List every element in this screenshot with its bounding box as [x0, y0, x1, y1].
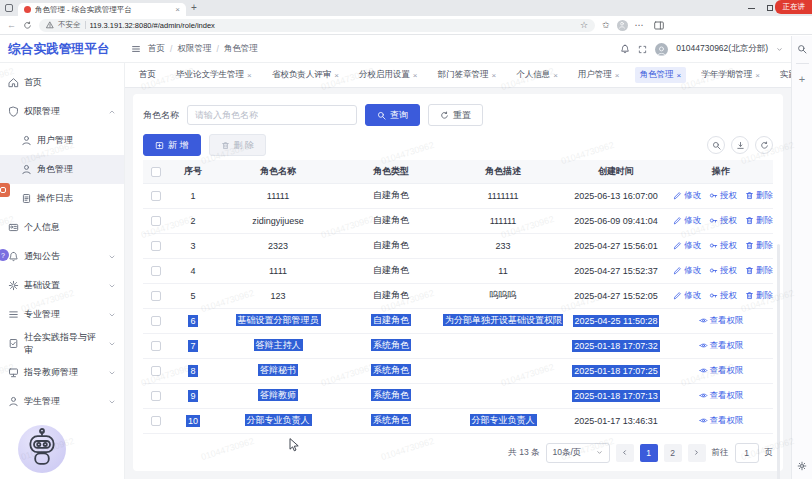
delete-link[interactable]: 删除 — [745, 290, 773, 302]
sidebar-item-权限管理[interactable]: 权限管理 — [0, 97, 124, 126]
url-omnibox[interactable]: 不安全 119.3.191.32:8080/#/admin/role/index… — [39, 19, 595, 32]
fullscreen-icon[interactable] — [638, 45, 647, 54]
reading-list-icon[interactable]: ✩ — [602, 20, 610, 30]
row-checkbox[interactable] — [151, 291, 161, 301]
table-refresh-icon[interactable] — [755, 136, 773, 154]
tab-分校启用设置[interactable]: 分校启用设置× — [354, 67, 423, 83]
row-checkbox[interactable] — [151, 191, 161, 201]
tab-close-icon[interactable]: × — [413, 71, 418, 80]
sidebar-item-首页[interactable]: 首页 — [0, 68, 124, 97]
delete-link[interactable]: 删除 — [745, 215, 773, 227]
export-download-icon[interactable] — [731, 136, 749, 154]
edit-link[interactable]: 修改 — [673, 265, 701, 277]
tab-用户管理[interactable]: 用户管理× — [573, 67, 625, 83]
tab-个人信息[interactable]: 个人信息× — [511, 67, 563, 83]
sidebar-item-指导教师管理[interactable]: 指导教师管理 — [0, 358, 124, 387]
batch-delete-button[interactable]: 删 除 — [209, 134, 267, 156]
search-button[interactable]: 查询 — [365, 104, 420, 126]
tab-角色管理[interactable]: 角色管理× — [635, 67, 687, 83]
new-tab-button[interactable]: + — [191, 3, 197, 13]
view-permissions-link[interactable]: 查看权限 — [699, 315, 744, 327]
sidebar-item-社会实践指导与评审[interactable]: 社会实践指导与评审 — [0, 329, 124, 358]
add-button[interactable]: 新 增 — [143, 134, 201, 156]
sidebar-item-通知公告[interactable]: 通知公告 — [0, 242, 124, 271]
browser-profile-avatar[interactable] — [617, 20, 628, 31]
tab-首页[interactable]: 首页 — [134, 67, 161, 83]
tab-close-icon[interactable]: × — [677, 71, 682, 80]
row-checkbox[interactable] — [151, 366, 161, 376]
next-page-button[interactable] — [688, 444, 706, 462]
ai-assistant-mascot[interactable] — [18, 425, 66, 473]
authorize-link[interactable]: 授权 — [709, 265, 737, 277]
tab-close-icon[interactable]: × — [334, 71, 339, 80]
row-checkbox[interactable] — [151, 266, 161, 276]
sidebar-item-操作日志[interactable]: 操作日志 — [0, 184, 124, 213]
reset-button[interactable]: 重置 — [428, 104, 483, 126]
bookmark-star-icon[interactable]: ☆ — [580, 20, 588, 30]
view-permissions-link[interactable]: 查看权限 — [699, 415, 744, 427]
row-checkbox[interactable] — [151, 316, 161, 326]
goto-page-input[interactable]: 1 — [735, 443, 759, 463]
view-permissions-link[interactable]: 查看权限 — [699, 340, 744, 352]
page-size-select[interactable]: 10条/页 — [546, 443, 610, 463]
tab-close-icon[interactable]: × — [553, 71, 558, 80]
select-all-checkbox[interactable] — [151, 167, 161, 177]
tab-close-icon[interactable]: × — [615, 71, 620, 80]
edit-link[interactable]: 修改 — [673, 290, 701, 302]
account-name[interactable]: 01044730962(北京分部) — [676, 43, 768, 55]
edit-link[interactable]: 修改 — [673, 190, 701, 202]
edit-link[interactable]: 修改 — [673, 215, 701, 227]
authorize-link[interactable]: 授权 — [709, 290, 737, 302]
user-avatar[interactable] — [655, 43, 668, 56]
browser-menu-icon[interactable]: ⋯ — [635, 20, 645, 30]
tab-实践计划设置[interactable]: 实践计划设置× — [775, 67, 791, 83]
back-icon[interactable]: ← — [7, 20, 16, 30]
sidebar-item-专业管理[interactable]: 专业管理 — [0, 300, 124, 329]
floating-tool-icon[interactable] — [0, 183, 10, 197]
sidebar-item-个人信息[interactable]: 个人信息 — [0, 213, 124, 242]
authorize-link[interactable]: 授权 — [709, 190, 737, 202]
view-permissions-link[interactable]: 查看权限 — [699, 390, 744, 402]
rail-search-icon[interactable] — [797, 44, 807, 54]
tab-学年学期管理[interactable]: 学年学期管理× — [696, 67, 765, 83]
tab-close-icon[interactable]: × — [175, 5, 180, 14]
edit-link[interactable]: 修改 — [673, 240, 701, 252]
notification-bell-icon[interactable] — [620, 44, 630, 54]
role-name-input[interactable]: 请输入角色名称 — [187, 105, 357, 125]
delete-link[interactable]: 删除 — [745, 190, 773, 202]
row-checkbox[interactable] — [151, 391, 161, 401]
rail-settings-gear-icon[interactable] — [797, 461, 807, 471]
row-checkbox[interactable] — [151, 241, 161, 251]
sidebar-item-角色管理[interactable]: 角色管理 — [0, 155, 124, 184]
tab-close-icon[interactable]: × — [492, 71, 497, 80]
tab-部门签章管理[interactable]: 部门签章管理× — [433, 67, 502, 83]
sidebar-item-基础设置[interactable]: 基础设置 — [0, 271, 124, 300]
tab-close-icon[interactable]: × — [247, 71, 252, 80]
tab-毕业论文学生管理[interactable]: 毕业论文学生管理× — [171, 67, 257, 83]
account-chevron-down-icon[interactable] — [776, 46, 783, 53]
delete-link[interactable]: 删除 — [745, 240, 773, 252]
rail-add-icon[interactable]: + — [799, 73, 805, 85]
tab-省校负责人评审[interactable]: 省校负责人评审× — [267, 67, 344, 83]
prev-page-button[interactable] — [616, 444, 634, 462]
page-button-2[interactable]: 2 — [664, 444, 682, 462]
sidebar-item-用户管理[interactable]: 用户管理 — [0, 126, 124, 155]
page-button-1[interactable]: 1 — [640, 444, 658, 462]
minimize-icon[interactable] — [748, 8, 755, 9]
sidebar-item-学生管理[interactable]: 学生管理 — [0, 387, 124, 416]
breadcrumb-home[interactable]: 首页 — [148, 43, 165, 55]
collapse-menu-icon[interactable] — [131, 44, 141, 54]
restore-icon[interactable] — [767, 5, 773, 11]
reload-icon[interactable] — [23, 21, 32, 30]
breadcrumb-permission[interactable]: 权限管理 — [177, 43, 211, 55]
delete-link[interactable]: 删除 — [745, 265, 773, 277]
authorize-link[interactable]: 授权 — [709, 240, 737, 252]
table-scrollbar[interactable] — [777, 244, 780, 479]
authorize-link[interactable]: 授权 — [709, 215, 737, 227]
table-search-icon[interactable] — [707, 136, 725, 154]
tab-list-icon[interactable] — [5, 4, 13, 12]
row-checkbox[interactable] — [151, 341, 161, 351]
row-checkbox[interactable] — [151, 416, 161, 426]
view-permissions-link[interactable]: 查看权限 — [699, 365, 744, 377]
browser-tab[interactable]: 角色管理 - 综合实践管理平台 × — [18, 3, 186, 16]
